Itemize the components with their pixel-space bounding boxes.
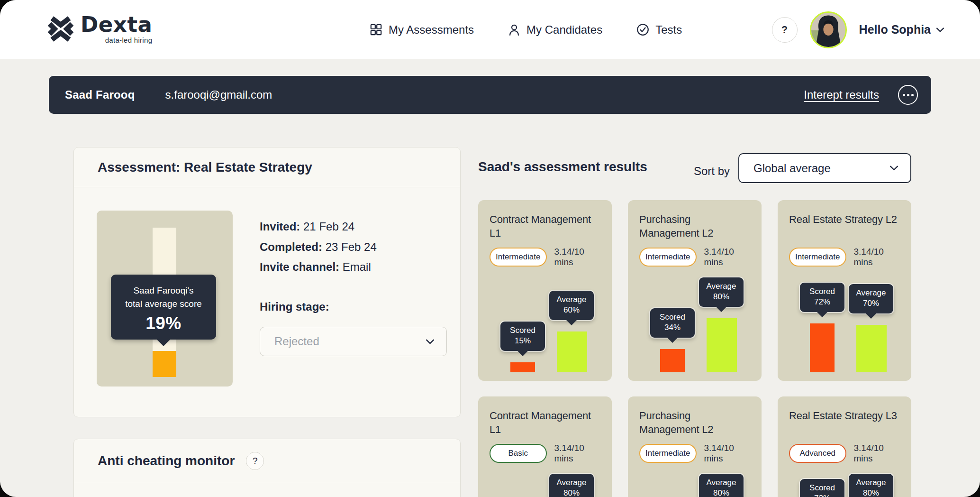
completed-row: Completed: 23 Feb 24 bbox=[260, 240, 377, 254]
level-badge: Intermediate bbox=[490, 248, 547, 267]
score-tooltip-value: 19% bbox=[111, 313, 216, 333]
average-bar bbox=[707, 318, 737, 372]
interpret-results-link[interactable]: Interept results bbox=[804, 88, 879, 101]
time-taken: 3.14/10 mins bbox=[854, 247, 900, 267]
sort-dropdown[interactable]: Global average bbox=[738, 153, 911, 183]
result-card-title: Real Estate Strategy L2 bbox=[789, 212, 900, 243]
results-title: Saad's assessment results bbox=[478, 159, 647, 175]
sort-dropdown-value: Global average bbox=[739, 162, 831, 175]
score-tooltip: Saad Farooqi's total average score 19% bbox=[111, 275, 216, 340]
result-card[interactable]: Purchasing Management L2 Intermediate 3.… bbox=[628, 200, 762, 381]
anti-cheating-title: Anti cheating monitor bbox=[98, 453, 235, 469]
average-bar bbox=[557, 331, 587, 372]
candidate-email: s.farooqi@gmail.com bbox=[165, 88, 272, 101]
invited-label: Invited: bbox=[260, 220, 300, 233]
invited-row: Invited: 21 Feb 24 bbox=[260, 220, 354, 233]
result-card-title: Contract Management L1 bbox=[490, 409, 600, 439]
person-icon bbox=[508, 24, 520, 36]
average-tooltip: Average80% bbox=[549, 474, 594, 497]
app-window: Dexta data-led hiring My Assessments My … bbox=[0, 0, 980, 497]
brand-name: Dexta bbox=[81, 13, 152, 36]
invite-channel-row: Invite channel: Email bbox=[260, 260, 371, 274]
nav-label: Tests bbox=[655, 23, 682, 37]
level-badge: Intermediate bbox=[789, 248, 846, 267]
completed-value: 23 Feb 24 bbox=[326, 240, 377, 253]
nav-right-cluster: ? Hello Sophia bbox=[772, 0, 944, 59]
nav-item-my-assessments[interactable]: My Assessments bbox=[370, 23, 474, 37]
chevron-down-icon bbox=[936, 28, 944, 32]
grid-icon bbox=[370, 23, 382, 36]
anti-cheating-help-button[interactable]: ? bbox=[246, 452, 264, 470]
result-card-title: Purchasing Management L2 bbox=[639, 409, 750, 439]
time-taken: 3.14/10 mins bbox=[704, 443, 751, 464]
level-badge: Advanced bbox=[789, 444, 846, 463]
brand-text: Dexta data-led hiring bbox=[81, 13, 152, 44]
greeting-text: Hello Sophia bbox=[859, 23, 931, 37]
score-tooltip-line1: Saad Farooqi's bbox=[111, 284, 216, 297]
score-column-fill bbox=[153, 351, 176, 377]
invite-channel-value: Email bbox=[343, 260, 371, 273]
sort-by-label: Sort by bbox=[694, 165, 730, 178]
nav-label: My Candidates bbox=[526, 23, 602, 37]
assessment-details: Invited: 21 Feb 24 Completed: 23 Feb 24 … bbox=[260, 147, 449, 417]
invite-channel-label: Invite channel: bbox=[260, 260, 339, 273]
time-taken: 3.14/10 mins bbox=[704, 247, 751, 267]
anti-cheating-card: Anti cheating monitor ? bbox=[73, 439, 461, 497]
nav-item-my-candidates[interactable]: My Candidates bbox=[508, 23, 602, 37]
scored-tooltip: Scored72% bbox=[800, 479, 844, 497]
hiring-stage-label: Hiring stage: bbox=[260, 300, 329, 313]
result-card-title: Purchasing Management L2 bbox=[639, 212, 750, 243]
result-card[interactable]: Real Estate Strategy L2 Intermediate 3.1… bbox=[778, 200, 911, 381]
more-options-button[interactable] bbox=[898, 85, 918, 105]
candidate-name: Saad Farooq bbox=[65, 88, 135, 101]
result-card[interactable]: Contract Management L1 Basic 3.14/10 min… bbox=[478, 396, 612, 497]
level-badge: Intermediate bbox=[639, 248, 697, 267]
average-tooltip: Average80% bbox=[699, 277, 744, 307]
scored-bar bbox=[510, 362, 535, 372]
time-taken: 3.14/10 mins bbox=[554, 247, 601, 267]
scored-tooltip: Scored15% bbox=[500, 322, 545, 351]
average-bar bbox=[856, 325, 887, 372]
help-button[interactable]: ? bbox=[772, 17, 798, 43]
anti-cheating-header: Anti cheating monitor ? bbox=[74, 439, 460, 483]
result-card[interactable]: Contract Management L1 Intermediate 3.14… bbox=[478, 200, 612, 381]
hiring-stage-dropdown[interactable]: Rejected bbox=[260, 327, 447, 356]
level-badge: Intermediate bbox=[639, 444, 697, 463]
brand-tagline: data-led hiring bbox=[105, 36, 153, 44]
check-circle-icon bbox=[636, 23, 649, 36]
brand-logo[interactable]: Dexta data-led hiring bbox=[46, 13, 152, 44]
screenshot-root: Dexta data-led hiring My Assessments My … bbox=[0, 0, 980, 497]
score-tooltip-line2: total average score bbox=[111, 297, 216, 311]
average-tooltip: Average60% bbox=[549, 291, 594, 320]
chevron-down-icon bbox=[890, 166, 898, 171]
dexta-logo-icon bbox=[46, 14, 75, 44]
average-tooltip: Average70% bbox=[849, 284, 893, 313]
top-navigation: Dexta data-led hiring My Assessments My … bbox=[0, 0, 980, 59]
average-tooltip: Average80% bbox=[699, 474, 744, 497]
result-card-title: Real Estate Strategy L3 bbox=[789, 409, 900, 439]
ellipsis-icon bbox=[903, 94, 905, 96]
assessment-summary-card: Assessment: Real Estate Strategy Saad Fa… bbox=[73, 147, 461, 417]
completed-label: Completed: bbox=[260, 240, 322, 253]
scored-bar bbox=[660, 349, 685, 372]
result-card[interactable]: Real Estate Strategy L3 Advanced 3.14/10… bbox=[778, 396, 911, 497]
time-taken: 3.14/10 mins bbox=[554, 443, 601, 464]
result-card[interactable]: Purchasing Management L2 Intermediate 3.… bbox=[628, 396, 762, 497]
user-menu[interactable]: Hello Sophia bbox=[859, 23, 944, 37]
scored-tooltip: Scored72% bbox=[800, 283, 844, 312]
hiring-stage-label-row: Hiring stage: bbox=[260, 300, 329, 313]
chevron-down-icon bbox=[426, 339, 434, 344]
result-card-title: Contract Management L1 bbox=[490, 212, 600, 243]
nav-item-tests[interactable]: Tests bbox=[636, 23, 682, 37]
hiring-stage-value: Rejected bbox=[260, 335, 319, 348]
main-nav: My Assessments My Candidates Tests bbox=[370, 0, 682, 59]
candidate-header-bar: Saad Farooq s.farooqi@gmail.com Interept… bbox=[49, 76, 931, 114]
scored-tooltip: Scored34% bbox=[650, 308, 695, 338]
average-score-chart: Saad Farooqi's total average score 19% bbox=[97, 211, 233, 387]
avatar[interactable] bbox=[810, 11, 847, 48]
time-taken: 3.14/10 mins bbox=[854, 443, 900, 464]
invited-value: 21 Feb 24 bbox=[303, 220, 354, 233]
level-badge: Basic bbox=[490, 444, 547, 463]
nav-label: My Assessments bbox=[389, 23, 474, 37]
avatar-image bbox=[811, 13, 845, 47]
